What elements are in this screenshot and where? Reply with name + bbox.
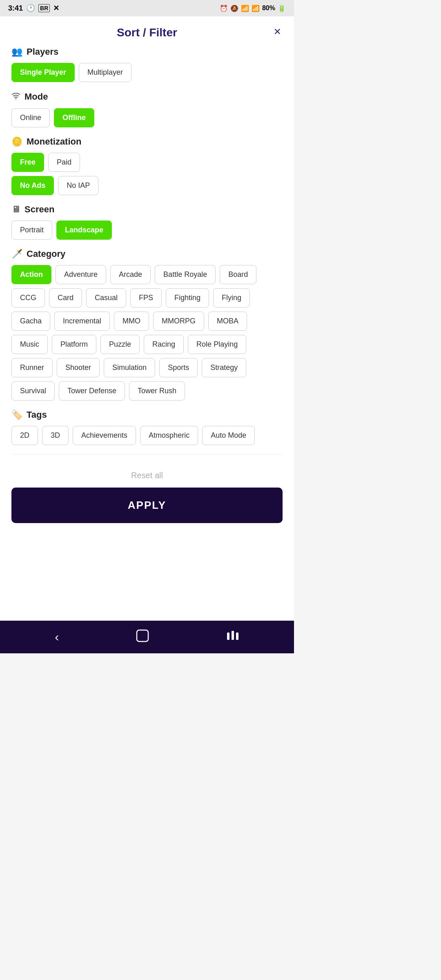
clock-icon: 🕐 <box>26 4 35 13</box>
monetization-chips: Free Paid <box>11 153 283 172</box>
players-title: 👥 Players <box>11 47 283 57</box>
chip-auto-mode[interactable]: Auto Mode <box>202 426 255 445</box>
category-chips: Action Adventure Arcade Battle Royale Bo… <box>11 265 283 401</box>
screen-title: 🖥 Screen <box>11 204 283 215</box>
chip-moba[interactable]: MOBA <box>208 312 247 331</box>
tags-chips: 2D 3D Achievements Atmospheric Auto Mode <box>11 426 283 445</box>
wifi-icon: 📶 <box>241 4 249 12</box>
chip-music[interactable]: Music <box>11 335 48 354</box>
section-category: 🗡️ Category Action Adventure Arcade Batt… <box>11 249 283 401</box>
section-players: 👥 Players Single Player Multiplayer <box>11 47 283 82</box>
section-monetization: 🪙 Monetization Free Paid No Ads No IAP <box>11 136 283 195</box>
header: Sort / Filter × <box>11 16 283 47</box>
tags-title: 🏷️ Tags <box>11 410 283 420</box>
br-icon: BR <box>38 4 50 12</box>
chip-fps[interactable]: FPS <box>130 288 162 307</box>
chip-simulation[interactable]: Simulation <box>104 358 155 377</box>
screen-chips: Portrait Landscape <box>11 220 283 240</box>
apply-button[interactable]: APPLY <box>11 488 283 523</box>
chip-sports[interactable]: Sports <box>159 358 198 377</box>
screen-icon: 🖥 <box>11 204 20 215</box>
chip-shooter[interactable]: Shooter <box>57 358 100 377</box>
reset-button[interactable]: Reset all <box>11 463 283 484</box>
monetization-title: 🪙 Monetization <box>11 136 283 147</box>
battery-display: 80% <box>262 4 275 12</box>
players-chips: Single Player Multiplayer <box>11 63 283 82</box>
svg-rect-3 <box>232 631 234 640</box>
main-content: Sort / Filter × 👥 Players Single Player … <box>0 16 294 621</box>
chip-landscape[interactable]: Landscape <box>56 220 112 240</box>
chip-2d[interactable]: 2D <box>11 426 38 445</box>
monetization-chips-2: No Ads No IAP <box>11 176 283 195</box>
chip-board[interactable]: Board <box>220 265 256 284</box>
chip-role-playing[interactable]: Role Playing <box>188 335 246 354</box>
chip-offline[interactable]: Offline <box>54 108 94 127</box>
chip-battle-royale[interactable]: Battle Royale <box>155 265 216 284</box>
chip-racing[interactable]: Racing <box>144 335 184 354</box>
divider <box>11 454 283 454</box>
svg-rect-2 <box>227 633 229 640</box>
category-title: 🗡️ Category <box>11 249 283 259</box>
chip-atmospheric[interactable]: Atmospheric <box>140 426 198 445</box>
chip-strategy[interactable]: Strategy <box>202 358 246 377</box>
close-button[interactable]: × <box>272 24 283 39</box>
chip-incremental[interactable]: Incremental <box>54 312 110 331</box>
chip-runner[interactable]: Runner <box>11 358 53 377</box>
chip-tower-defense[interactable]: Tower Defense <box>59 381 125 401</box>
svg-rect-1 <box>137 630 148 641</box>
category-icon: 🗡️ <box>11 249 22 259</box>
chip-paid[interactable]: Paid <box>48 153 80 172</box>
chip-puzzle[interactable]: Puzzle <box>100 335 140 354</box>
chip-achievements[interactable]: Achievements <box>73 426 136 445</box>
svg-rect-4 <box>236 633 238 640</box>
alarm-icon: ⏰ <box>220 4 228 12</box>
battery-icon: 🔋 <box>278 4 286 12</box>
chip-mmo[interactable]: MMO <box>114 312 149 331</box>
chip-platform[interactable]: Platform <box>52 335 96 354</box>
chip-action[interactable]: Action <box>11 265 51 284</box>
section-screen: 🖥 Screen Portrait Landscape <box>11 204 283 240</box>
section-tags: 🏷️ Tags 2D 3D Achievements Atmospheric A… <box>11 410 283 445</box>
mode-icon <box>11 91 20 102</box>
page-title: Sort / Filter <box>117 26 177 39</box>
chip-ccg[interactable]: CCG <box>11 288 45 307</box>
chip-adventure[interactable]: Adventure <box>56 265 106 284</box>
mute-icon: 🔕 <box>230 4 238 12</box>
chip-mmorpg[interactable]: MMORPG <box>153 312 204 331</box>
time-display: 3:41 <box>8 4 23 13</box>
chip-survival[interactable]: Survival <box>11 381 55 401</box>
chip-card[interactable]: Card <box>49 288 82 307</box>
chip-3d[interactable]: 3D <box>42 426 69 445</box>
chip-fighting[interactable]: Fighting <box>166 288 209 307</box>
chip-multiplayer[interactable]: Multiplayer <box>79 63 131 82</box>
recents-button[interactable] <box>222 625 243 649</box>
status-bar: 3:41 🕐 BR ✕ ⏰ 🔕 📶 📶 80% 🔋 <box>0 0 294 16</box>
chip-casual[interactable]: Casual <box>86 288 126 307</box>
back-button[interactable]: ‹ <box>51 626 63 648</box>
home-button[interactable] <box>132 625 153 649</box>
chip-gacha[interactable]: Gacha <box>11 312 50 331</box>
chip-single-player[interactable]: Single Player <box>11 63 75 82</box>
status-right: ⏰ 🔕 📶 📶 80% 🔋 <box>220 4 286 12</box>
signal-icon: 📶 <box>252 4 260 12</box>
chip-tower-rush[interactable]: Tower Rush <box>129 381 185 401</box>
section-mode: Mode Online Offline <box>11 91 283 127</box>
players-icon: 👥 <box>11 47 22 57</box>
monetization-icon: 🪙 <box>11 136 22 147</box>
svg-point-0 <box>16 98 17 100</box>
chip-online[interactable]: Online <box>11 108 50 127</box>
chip-flying[interactable]: Flying <box>213 288 250 307</box>
chip-arcade[interactable]: Arcade <box>110 265 151 284</box>
chip-portrait[interactable]: Portrait <box>11 220 52 240</box>
chip-free[interactable]: Free <box>11 153 44 172</box>
mode-chips: Online Offline <box>11 108 283 127</box>
tags-icon: 🏷️ <box>11 410 22 420</box>
mode-title: Mode <box>11 91 283 102</box>
x-icon: ✕ <box>53 4 59 13</box>
chip-no-iap[interactable]: No IAP <box>58 176 98 195</box>
chip-no-ads[interactable]: No Ads <box>11 176 54 195</box>
status-left: 3:41 🕐 BR ✕ <box>8 4 59 13</box>
bottom-nav: ‹ <box>0 621 294 653</box>
